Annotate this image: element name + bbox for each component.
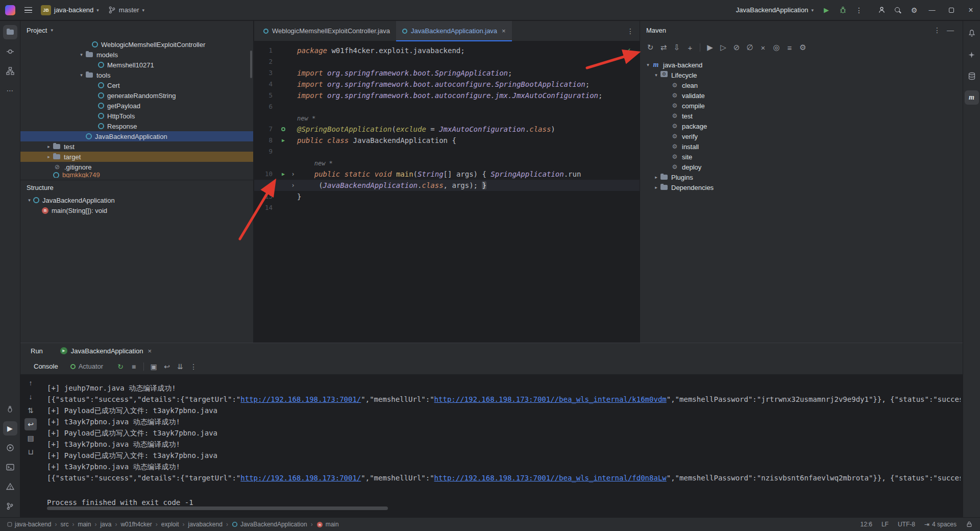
maven-profiles-icon[interactable]: ≡ bbox=[783, 41, 796, 54]
chevron-down-icon[interactable]: ▾ bbox=[644, 62, 652, 67]
project-widget[interactable]: JB java-backend ▾ bbox=[37, 3, 103, 18]
run-maven-goal-icon[interactable]: ▶ bbox=[704, 41, 716, 54]
maven-tree-item[interactable]: ⚙test bbox=[640, 111, 963, 121]
tool-project-button[interactable] bbox=[3, 25, 17, 39]
navigate-stack-icon[interactable]: ⇅ bbox=[24, 404, 37, 417]
maven-tree-item[interactable]: ⚙site bbox=[640, 152, 963, 162]
fold-icon[interactable]: › bbox=[289, 168, 297, 180]
rerun-icon[interactable]: ↻ bbox=[114, 360, 127, 373]
tab-console[interactable]: Console bbox=[29, 358, 63, 374]
more-actions-button[interactable]: ⋮ bbox=[851, 3, 867, 18]
tool-terminal-button[interactable] bbox=[3, 460, 17, 474]
structure-tree-item[interactable]: mmain(String[]): void bbox=[20, 205, 253, 215]
chevron-down-icon[interactable]: ▾ bbox=[78, 52, 85, 57]
project-tree-item[interactable]: ▸target bbox=[20, 152, 253, 162]
project-tree-item[interactable]: generateRandomString bbox=[20, 90, 253, 101]
indent-info[interactable]: ⇥ 4 spaces bbox=[924, 521, 957, 528]
tool-run-button[interactable]: ▶ bbox=[3, 421, 17, 436]
maven-tree-item[interactable]: ▾Lifecycle bbox=[640, 70, 963, 80]
project-tree-item[interactable]: getPayload bbox=[20, 101, 253, 111]
tab-java-backend-application[interactable]: JavaBackendApplication.java × bbox=[396, 21, 512, 41]
skip-tests-icon[interactable]: ∅ bbox=[744, 41, 756, 54]
generate-sources-icon[interactable]: ⇄ bbox=[657, 41, 670, 54]
debug-button[interactable] bbox=[835, 3, 850, 18]
project-tree-item[interactable]: ▾tools bbox=[20, 70, 253, 80]
console-link[interactable]: http://192.168.198.173:7001/ bbox=[240, 395, 361, 403]
dependency-analyzer-icon[interactable]: ◎ bbox=[770, 41, 782, 54]
execute-maven-goal-icon[interactable]: ▷ bbox=[717, 41, 729, 54]
breadcrumb-item[interactable]: w01fh4cker bbox=[120, 521, 152, 528]
tool-problems-button[interactable] bbox=[3, 479, 17, 494]
maven-more-button[interactable]: ⋮ bbox=[931, 24, 943, 36]
tool-version-control-button[interactable] bbox=[3, 499, 17, 513]
maven-tree-item[interactable]: ⚙compile bbox=[640, 101, 963, 111]
breadcrumb-item[interactable]: JavaBackendApplication bbox=[232, 521, 307, 528]
minimize-button[interactable]: — bbox=[923, 0, 941, 20]
lock-icon[interactable] bbox=[966, 521, 973, 528]
structure-panel-header[interactable]: Structure bbox=[20, 180, 253, 195]
project-tree-item[interactable]: ▸test bbox=[20, 141, 253, 152]
maven-tree-item[interactable]: ▾mjava-backend bbox=[640, 60, 963, 70]
soft-wrap-toggle-icon[interactable]: ↩ bbox=[24, 418, 37, 430]
print-console-icon[interactable]: ▤ bbox=[24, 432, 37, 444]
spring-gutter-icon[interactable] bbox=[278, 127, 289, 131]
maven-tree-item[interactable]: ⚙validate bbox=[640, 90, 963, 101]
reload-maven-projects-icon[interactable]: ↻ bbox=[644, 41, 656, 54]
project-tree-item[interactable]: Cert bbox=[20, 80, 253, 90]
chevron-down-icon[interactable]: ▾ bbox=[78, 73, 85, 78]
chevron-right-icon[interactable]: ▸ bbox=[652, 175, 660, 180]
console-output[interactable]: [+] jeuhp7mor.java 动态编译成功![{"status":"su… bbox=[47, 376, 961, 507]
tab-actuator[interactable]: Actuator bbox=[65, 358, 108, 374]
maven-tool-button[interactable]: m bbox=[965, 90, 979, 105]
maven-tree-item[interactable]: ⚙deploy bbox=[640, 162, 963, 172]
close-tab-icon[interactable]: × bbox=[502, 27, 506, 35]
tool-services-button[interactable] bbox=[3, 441, 17, 455]
add-maven-project-icon[interactable]: + bbox=[684, 41, 696, 54]
maven-tree-item[interactable]: ⚙clean bbox=[640, 80, 963, 90]
console-link[interactable]: http://192.168.198.173:7001//bea_wls_int… bbox=[434, 474, 667, 482]
stop-icon[interactable]: ■ bbox=[128, 360, 140, 373]
dump-threads-icon[interactable]: ▣ bbox=[148, 360, 160, 373]
run-gutter-icon[interactable]: ▶ bbox=[278, 168, 289, 180]
chevron-down-icon[interactable]: ▾ bbox=[26, 198, 33, 203]
breadcrumb-item[interactable]: java bbox=[100, 521, 111, 528]
project-tree-item[interactable]: JavaBackendApplication bbox=[20, 131, 253, 141]
download-sources-icon[interactable]: ⇩ bbox=[671, 41, 683, 54]
code-area[interactable]: 1package w01fh4cker.exploit.javabackend;… bbox=[254, 42, 640, 343]
breadcrumb-item[interactable]: src bbox=[60, 521, 68, 528]
branch-widget[interactable]: master ▾ bbox=[104, 3, 149, 18]
maven-settings-icon[interactable]: ⚙ bbox=[797, 41, 809, 54]
maximize-button[interactable] bbox=[942, 0, 961, 20]
close-tab-icon[interactable]: × bbox=[148, 347, 152, 355]
scroll-to-top-icon[interactable]: ↑ bbox=[24, 377, 37, 389]
more-tool-windows-button[interactable]: ⋯ bbox=[3, 83, 17, 98]
maven-tree-item[interactable]: ⚙install bbox=[640, 141, 963, 152]
structure-tree-item[interactable]: ▾JavaBackendApplication bbox=[20, 195, 253, 205]
chevron-right-icon[interactable]: ▸ bbox=[45, 154, 53, 159]
detach-icon[interactable]: × bbox=[757, 41, 769, 54]
tool-structure-button[interactable] bbox=[3, 64, 17, 78]
project-tree-item[interactable]: Memshell10271 bbox=[20, 60, 253, 70]
run-config-widget[interactable]: JavaBackendApplication ▾ bbox=[732, 3, 818, 18]
breadcrumb-item[interactable]: java-backend bbox=[7, 521, 51, 528]
scroll-to-end-icon[interactable]: ⇊ bbox=[174, 360, 186, 373]
caret-position[interactable]: 12:6 bbox=[861, 521, 872, 528]
project-panel-header[interactable]: Project ▾ bbox=[20, 21, 253, 39]
more-options-icon[interactable]: ⋮ bbox=[187, 360, 200, 373]
soft-wrap-icon[interactable]: ↩ bbox=[161, 360, 173, 373]
ai-assistant-button[interactable] bbox=[965, 47, 979, 62]
editor-more-button[interactable]: ⋮ bbox=[624, 25, 636, 37]
toggle-offline-mode-icon[interactable]: ⊘ bbox=[730, 41, 743, 54]
project-tree-item[interactable]: WeblogicMemshellExploitController bbox=[20, 39, 253, 50]
file-encoding[interactable]: UTF-8 bbox=[898, 521, 915, 528]
hide-maven-panel-button[interactable]: — bbox=[944, 24, 957, 36]
project-tree-item[interactable]: HttpTools bbox=[20, 111, 253, 121]
scroll-to-bottom-icon[interactable]: ↓ bbox=[24, 391, 37, 403]
maven-panel-header[interactable]: Maven ⋮ — bbox=[640, 21, 963, 39]
chevron-right-icon[interactable]: ▸ bbox=[652, 185, 660, 190]
project-tree-item[interactable]: ▾models bbox=[20, 50, 253, 60]
line-separator[interactable]: LF bbox=[881, 521, 889, 528]
run-button[interactable]: ▶ bbox=[819, 3, 834, 18]
breadcrumb-item[interactable]: mmain bbox=[316, 521, 339, 528]
console-link[interactable]: http://192.168.198.173:7001//bea_wls_int… bbox=[434, 395, 667, 403]
